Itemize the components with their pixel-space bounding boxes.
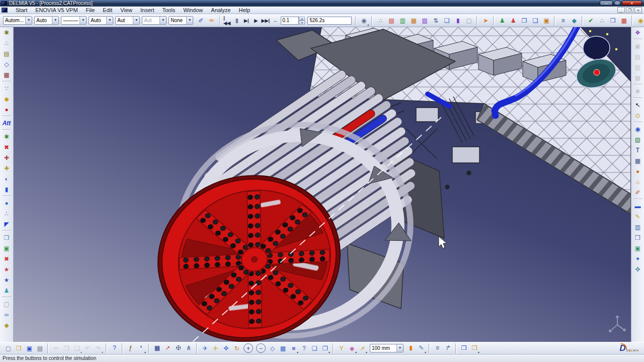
fly-mode-icon[interactable]: ✈: [200, 343, 210, 353]
pause-button[interactable]: ||: [232, 16, 241, 26]
chevron-down-icon[interactable]: ▾: [79, 17, 86, 24]
maximize-button[interactable]: ◦: [614, 1, 621, 6]
paths-swallow-icon[interactable]: ❖: [632, 27, 643, 38]
zoom-in-icon[interactable]: +: [244, 343, 253, 353]
iso-view-icon[interactable]: ■: [289, 343, 298, 353]
vector-arrow-icon[interactable]: ↗: [358, 343, 367, 353]
text-annotation-icon[interactable]: T: [632, 145, 643, 155]
sequence-path-icon[interactable]: ↱: [443, 343, 453, 353]
pencil-yellow-icon[interactable]: ✎: [632, 211, 643, 222]
render-style-combo[interactable]: None▾: [169, 16, 193, 25]
select-cursor-icon[interactable]: ↖: [632, 100, 643, 110]
folder-parts-icon[interactable]: ❒: [470, 343, 479, 353]
pert-chart-icon[interactable]: ▤: [386, 16, 396, 26]
chevron-down-icon[interactable]: ▾: [52, 17, 58, 24]
open-folder-icon[interactable]: ❒: [14, 343, 24, 353]
link-nodes-icon[interactable]: ∞: [2, 309, 12, 320]
menu-start[interactable]: Start: [12, 7, 31, 14]
menu-insert[interactable]: Insert: [136, 7, 158, 14]
device-task-icon[interactable]: ▣: [541, 16, 551, 26]
formula-fx-icon[interactable]: ƒ: [126, 343, 135, 353]
zoom-pencil-icon[interactable]: ✎: [417, 343, 426, 353]
analysis-graph-icon[interactable]: ↗: [163, 343, 173, 353]
mdi-restore-button[interactable]: ❐: [626, 7, 633, 13]
reorder-arrows-icon[interactable]: ⇅: [431, 16, 441, 26]
clamp-tool-icon[interactable]: ◆: [569, 16, 579, 26]
look-at-icon[interactable]: ❏: [310, 343, 319, 353]
close-button[interactable]: ✕: [622, 1, 642, 6]
zoom-select-icon[interactable]: ⊙: [632, 110, 643, 121]
process-graph-icon[interactable]: ∴: [375, 16, 385, 26]
tools-red-icon[interactable]: ✚: [2, 152, 12, 163]
table-icon[interactable]: ▦: [632, 155, 643, 166]
lock-icon[interactable]: ✠: [174, 343, 183, 353]
time-step-input[interactable]: [281, 17, 299, 25]
tools-yellow-icon[interactable]: ✚: [2, 163, 12, 173]
node-link-icon[interactable]: ●: [2, 104, 12, 115]
globe-env-icon[interactable]: ●: [2, 198, 12, 208]
caution-diamond-icon[interactable]: ◆: [2, 94, 12, 104]
structure-tree-icon[interactable]: ⋔: [184, 343, 194, 353]
save-icon[interactable]: ▣: [25, 343, 34, 353]
people-pair-icon[interactable]: ♟: [2, 285, 12, 296]
parts-cube-icon[interactable]: ❒: [459, 343, 469, 353]
remove-tool-icon[interactable]: ✖: [2, 142, 12, 152]
machining-gear-icon[interactable]: ✱: [2, 27, 12, 38]
line-style-combo[interactable]: ———▾: [61, 16, 87, 25]
share-nodes-icon[interactable]: ∴: [597, 16, 607, 26]
sketch-plane-icon[interactable]: ◇: [2, 59, 12, 69]
chevron-down-icon[interactable]: ▾: [186, 17, 193, 24]
globe-icon[interactable]: ◉: [635, 16, 644, 26]
box-green-icon[interactable]: ▣: [2, 243, 12, 253]
frame-a-icon[interactable]: ▣: [632, 243, 643, 253]
annotation-list-icon[interactable]: ▥: [632, 222, 643, 232]
clone-window-icon[interactable]: ❐: [632, 232, 643, 243]
catalog-stack-icon[interactable]: ❑: [530, 16, 540, 26]
menu-help[interactable]: Help: [234, 7, 254, 14]
red-star-tool-icon[interactable]: ✖: [2, 253, 12, 264]
products-list-icon[interactable]: ▧: [420, 16, 430, 26]
image-capture-icon[interactable]: ▧: [632, 134, 643, 145]
paintbrush-icon[interactable]: ✐: [196, 16, 206, 26]
runner-orange-icon[interactable]: ➤: [480, 16, 491, 26]
menu-tools[interactable]: Tools: [158, 7, 179, 14]
mdi-close-button[interactable]: ×: [634, 7, 642, 13]
balloon-note-icon[interactable]: ❛: [136, 343, 146, 353]
step-forward-button[interactable]: ▶|: [242, 16, 251, 26]
jump-to-start-button[interactable]: |◀◀: [223, 16, 231, 26]
document-small-icon[interactable]: ▢: [2, 299, 12, 309]
play-button[interactable]: ▶: [252, 16, 260, 26]
gate-window-icon[interactable]: ❐: [608, 16, 618, 26]
full-screen-icon[interactable]: ❐: [320, 343, 330, 353]
gauge-icon[interactable]: ◐: [2, 173, 12, 184]
brush-tool-icon[interactable]: ✐: [632, 187, 643, 198]
blank-sheet-icon[interactable]: ▢: [464, 16, 474, 26]
worker-assign-icon[interactable]: ♟: [508, 16, 518, 26]
point-style-combo[interactable]: Aut▾: [115, 16, 140, 25]
resources-list-icon[interactable]: ▦: [409, 16, 419, 26]
menu-window[interactable]: Window: [179, 7, 207, 14]
pan-icon[interactable]: ✜: [221, 343, 231, 353]
calculator-icon[interactable]: ▦: [152, 343, 162, 353]
camera-icon[interactable]: ◉: [632, 124, 643, 134]
jump-to-end-button[interactable]: ▶▶|: [261, 16, 270, 26]
minimize-button[interactable]: —: [600, 1, 613, 6]
robot-blue-icon[interactable]: ★: [2, 275, 12, 285]
eraser-icon[interactable]: ◆: [347, 343, 357, 353]
ruler-blue-icon[interactable]: ▬: [632, 201, 643, 211]
options-list-icon[interactable]: ≡: [433, 343, 442, 353]
line-weight-combo[interactable]: Auto▾: [89, 16, 113, 25]
mdi-minimize-button[interactable]: _: [617, 7, 625, 13]
grid-step-combo[interactable]: 100 mm ▾: [370, 344, 404, 352]
visualization-combo[interactable]: Auto▾: [34, 16, 59, 25]
menu-analyze[interactable]: Analyze: [207, 7, 234, 14]
flag-blue-icon[interactable]: ◤: [2, 219, 12, 229]
simulation-player-icon[interactable]: ◉: [359, 16, 369, 26]
gantt-chart-icon[interactable]: ▥: [397, 16, 408, 26]
continuous-run-button[interactable]: →: [271, 16, 279, 26]
door-pass-icon[interactable]: ▮: [453, 16, 463, 26]
catalog-blue-icon[interactable]: ❒: [519, 16, 529, 26]
share-out-icon[interactable]: ∴: [2, 208, 12, 219]
film-reel-icon[interactable]: ▦: [2, 69, 12, 80]
color-brush-icon[interactable]: ✏: [207, 16, 217, 26]
